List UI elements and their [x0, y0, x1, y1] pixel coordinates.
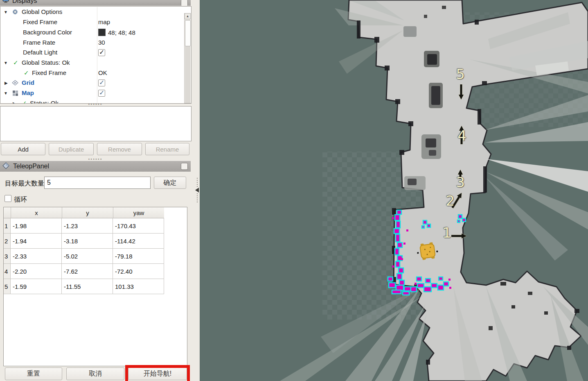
tree-label: Default Light: [23, 49, 57, 56]
default-light-checkbox[interactable]: [98, 49, 105, 56]
status-ok-check-icon: ✓: [24, 69, 29, 77]
tree-label: Map: [22, 89, 34, 96]
tree-label: Fixed Frame: [32, 69, 66, 76]
panel-splitter[interactable]: [195, 178, 199, 202]
map-checkbox[interactable]: [98, 90, 105, 97]
waypoint-table: x y yaw 1 -1.98 -1.23 -170.43 2 -1.94 -3…: [3, 207, 187, 366]
map-icon: [12, 90, 18, 98]
status-ok-check-icon: ✓: [13, 59, 18, 66]
tree-row-map[interactable]: ▼ Map: [0, 88, 183, 98]
cell-y[interactable]: -3.18: [62, 234, 113, 249]
collapse-arrow-icon[interactable]: ▼: [4, 10, 8, 14]
collapse-panel-icon[interactable]: [195, 188, 199, 193]
panel-diamond-icon: [2, 162, 9, 171]
cell-yaw[interactable]: 101.33: [113, 279, 164, 294]
cell-x[interactable]: -1.94: [11, 234, 62, 249]
displays-titlebar[interactable]: Displays: [0, 0, 191, 6]
tree-value: OK: [98, 69, 107, 76]
cell-y[interactable]: -7.62: [62, 264, 113, 279]
tree-row-global-status[interactable]: ▼ ✓ Global Status: Ok: [0, 58, 183, 68]
monitor-icon: [2, 0, 9, 5]
row-header: 2: [4, 234, 11, 249]
cell-yaw[interactable]: -72.40: [113, 264, 164, 279]
tree-label: Fixed Frame: [23, 18, 57, 25]
teleop-titlebar[interactable]: TeleopPanel: [0, 161, 191, 172]
add-button[interactable]: Add: [1, 143, 45, 155]
confirm-button[interactable]: 确定: [154, 177, 186, 189]
loop-checkbox[interactable]: [5, 195, 11, 202]
rename-button[interactable]: Rename: [145, 143, 189, 155]
cell-yaw[interactable]: -79.18: [113, 249, 164, 264]
max-goal-input[interactable]: [44, 177, 151, 189]
col-header-yaw[interactable]: yaw: [113, 207, 164, 218]
row-header: 3: [4, 249, 11, 264]
tree-label: Frame Rate: [23, 39, 55, 46]
tree-row-default-light[interactable]: Default Light: [0, 48, 183, 58]
grid-icon: [12, 80, 18, 87]
collapse-arrow-icon[interactable]: ▼: [4, 61, 8, 65]
tree-value[interactable]: 30: [98, 39, 105, 46]
gear-icon: [12, 9, 18, 16]
tree-label: Background Color: [23, 29, 72, 36]
tree-row-grid[interactable]: ▶ Grid: [0, 78, 183, 88]
tree-label: Grid: [22, 79, 34, 86]
displays-panel: Displays ▼ Global Options Fixed Frame ma…: [0, 0, 200, 381]
cell-y[interactable]: -1.23: [62, 218, 113, 234]
cell-x[interactable]: -2.20: [11, 264, 62, 279]
corner-header: [4, 207, 11, 218]
rviz-window: Displays ▼ Global Options Fixed Frame ma…: [0, 0, 588, 381]
cell-y[interactable]: -11.55: [62, 279, 113, 294]
tree-label: Global Status: Ok: [22, 59, 70, 66]
displays-tree: ▼ Global Options Fixed Frame map Backgro…: [0, 6, 191, 104]
grid-checkbox[interactable]: [98, 79, 105, 86]
tree-row-frame-rate[interactable]: Frame Rate 30: [0, 38, 183, 48]
tree-row-background-color[interactable]: Background Color 48; 48; 48: [0, 28, 183, 38]
tree-scrollbar[interactable]: ▲ ▼: [184, 13, 191, 104]
tree-row-global-options[interactable]: ▼ Global Options: [0, 7, 183, 17]
cell-x[interactable]: -1.59: [11, 279, 62, 294]
tree-row-fixed-frame[interactable]: Fixed Frame map: [0, 18, 183, 27]
cell-x[interactable]: -1.98: [11, 218, 62, 234]
scroll-up-button[interactable]: ▲: [185, 13, 191, 19]
col-header-y[interactable]: y: [62, 207, 113, 218]
color-swatch[interactable]: [98, 29, 106, 36]
tree-label: Global Options: [22, 8, 62, 15]
map-canvas: [200, 0, 588, 381]
loop-label: 循环: [14, 195, 27, 204]
expand-arrow-icon[interactable]: ▶: [5, 81, 8, 85]
reset-button[interactable]: 重置: [5, 367, 62, 380]
duplicate-button[interactable]: Duplicate: [49, 143, 94, 155]
max-goal-label: 目标最大数量: [5, 179, 44, 188]
panel-title: Displays: [12, 0, 37, 5]
cell-yaw[interactable]: -114.42: [113, 234, 164, 249]
annotation-highlight-box: [125, 365, 190, 381]
display-description-box: [0, 106, 191, 141]
scroll-track[interactable]: [185, 46, 190, 102]
cell-y[interactable]: -5.02: [62, 249, 113, 264]
col-header-x[interactable]: x: [11, 207, 62, 218]
undock-button[interactable]: [181, 163, 188, 170]
cell-yaw[interactable]: -170.43: [113, 218, 164, 234]
cancel-button[interactable]: 取消: [66, 367, 124, 380]
tree-row-fixed-frame-status[interactable]: ✓ Fixed Frame OK: [0, 68, 183, 78]
cell-x[interactable]: -2.33: [11, 249, 62, 264]
panel-title: TeleopPanel: [13, 163, 49, 170]
collapse-arrow-icon[interactable]: ▼: [4, 91, 8, 95]
tree-value[interactable]: map: [98, 18, 110, 25]
row-header: 1: [4, 218, 11, 234]
scroll-thumb[interactable]: [185, 20, 191, 46]
tree-value[interactable]: 48; 48; 48: [98, 29, 135, 36]
row-header: 4: [4, 264, 11, 279]
remove-button[interactable]: Remove: [97, 143, 142, 155]
row-header: 5: [4, 279, 11, 294]
map-viewport[interactable]: 12345: [200, 0, 588, 381]
undock-button[interactable]: [181, 0, 188, 6]
